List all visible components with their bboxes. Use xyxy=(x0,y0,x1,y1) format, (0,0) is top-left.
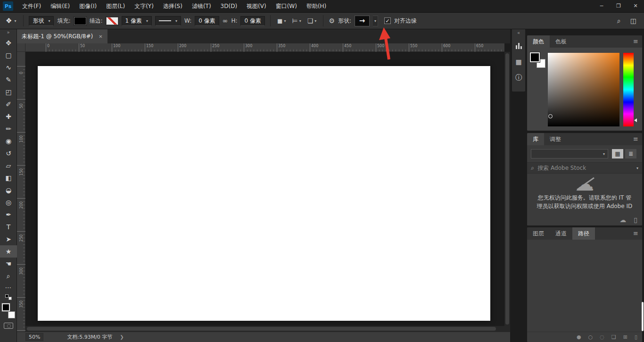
shape-picker-preview[interactable]: → xyxy=(355,16,370,26)
minimize-button[interactable]: ─ xyxy=(593,0,610,12)
stock-search-row[interactable]: ⌕ 搜索 Adobe Stock ▾ xyxy=(527,162,642,174)
stroke-width-select[interactable]: 1 像素 ▾ xyxy=(122,16,152,26)
tab-close-icon[interactable]: ✕ xyxy=(99,34,102,39)
info-panel-button[interactable]: ⓘ xyxy=(512,70,525,86)
foreground-color-swatch[interactable] xyxy=(530,52,540,62)
tab-adjustments[interactable]: 调整 xyxy=(544,133,567,145)
menu-item[interactable]: 图像(I) xyxy=(74,0,101,12)
clone-stamp-tool[interactable]: ◉ xyxy=(0,135,17,147)
zoom-tool[interactable]: ⌕ xyxy=(0,270,17,282)
link-dimensions-icon[interactable]: ∞ xyxy=(223,17,228,24)
quick-selection-tool[interactable]: ✎ xyxy=(0,74,17,86)
trash-icon[interactable]: ▯ xyxy=(634,216,637,224)
horizontal-ruler[interactable]: 050100150200250300350400450500550600650 xyxy=(25,43,504,52)
brush-tool[interactable]: ✏ xyxy=(0,123,17,135)
swatches-panel-button[interactable]: ▦ xyxy=(512,54,525,70)
background-color-swatch[interactable] xyxy=(8,311,15,318)
crop-tool[interactable]: ◰ xyxy=(0,86,17,98)
close-button[interactable]: ✕ xyxy=(627,0,644,12)
scrollbar-thumb[interactable] xyxy=(27,327,496,331)
expand-panels-button[interactable]: « xyxy=(512,29,525,38)
lasso-tool[interactable]: ∿ xyxy=(0,61,17,74)
tab-color[interactable]: 颜色 xyxy=(527,35,550,48)
menu-item[interactable]: 编辑(E) xyxy=(46,0,74,12)
align-edges-checkbox[interactable]: ✓ xyxy=(384,17,391,24)
sync-library-icon[interactable]: ☁ xyxy=(619,216,626,224)
document-tab[interactable]: 未标题-1 @ 50%(RGB/8#) ✕ xyxy=(17,29,107,43)
shape-picker-dropdown[interactable]: ▾ xyxy=(373,16,378,26)
gradient-tool[interactable]: ◧ xyxy=(0,172,17,184)
history-brush-tool[interactable]: ↺ xyxy=(0,147,17,159)
hue-slider-marker[interactable] xyxy=(634,118,637,122)
list-view-button[interactable]: ≣ xyxy=(625,149,636,158)
panel-menu-icon[interactable]: ≡ xyxy=(629,35,642,48)
menu-item[interactable]: 文件(F) xyxy=(17,0,46,12)
width-input[interactable]: 0 像素 xyxy=(195,16,219,26)
tab-libraries[interactable]: 库 xyxy=(527,133,544,145)
paths-panel-body[interactable] xyxy=(527,240,642,332)
toolbar-collapse-button[interactable]: » xyxy=(0,29,17,37)
grid-view-button[interactable]: ▦ xyxy=(612,149,623,158)
stroke-path-button[interactable]: ○ xyxy=(588,334,593,340)
move-tool[interactable]: ✥ xyxy=(0,37,17,49)
zoom-level-field[interactable]: 50% xyxy=(25,333,43,341)
ruler-origin-corner[interactable] xyxy=(17,43,25,52)
tool-mode-select[interactable]: 形状 ▾ xyxy=(29,16,54,26)
tab-layers[interactable]: 图层 xyxy=(527,227,550,240)
menu-item[interactable]: 文字(Y) xyxy=(130,0,158,12)
gear-icon[interactable]: ⚙ xyxy=(329,17,335,24)
edit-toolbar-button[interactable]: ⋯ xyxy=(0,282,17,292)
fill-color-swatch[interactable] xyxy=(74,17,86,25)
fill-path-button[interactable]: ● xyxy=(577,334,581,340)
tab-swatches[interactable]: 色板 xyxy=(550,35,572,48)
path-operations-button[interactable]: ◼ ▾ xyxy=(276,17,288,24)
quick-mask-button[interactable] xyxy=(4,323,13,329)
eyedropper-tool[interactable]: ✐ xyxy=(0,98,17,110)
type-tool[interactable]: T xyxy=(0,221,17,233)
hand-tool[interactable]: ☚ xyxy=(0,258,17,270)
spot-healing-brush-tool[interactable]: ✚ xyxy=(0,110,17,123)
menu-item[interactable]: 3D(D) xyxy=(216,0,242,12)
foreground-color-swatch[interactable] xyxy=(2,303,10,311)
selection-from-path-button[interactable]: ◌ xyxy=(600,334,604,340)
new-path-button[interactable]: ⊞ xyxy=(623,334,627,340)
path-alignment-button[interactable]: ⊨ ▾ xyxy=(291,17,303,24)
search-icon[interactable]: ⌕ xyxy=(617,17,621,24)
menu-item[interactable]: 图层(L) xyxy=(101,0,130,12)
panel-scrollbar-thumb[interactable] xyxy=(642,302,644,331)
menu-item[interactable]: 滤镜(T) xyxy=(187,0,216,12)
scrollbar-thumb[interactable] xyxy=(505,53,509,325)
stroke-color-swatch[interactable] xyxy=(106,17,118,25)
hue-slider[interactable] xyxy=(623,53,634,126)
path-arrangement-button[interactable]: ❏ ▾ xyxy=(306,17,318,24)
blur-tool[interactable]: ◒ xyxy=(0,184,17,196)
status-options-chevron[interactable]: ❯ xyxy=(120,334,124,340)
library-select[interactable]: ▾ xyxy=(531,149,608,158)
menu-item[interactable]: 窗口(W) xyxy=(271,0,302,12)
color-picker-cursor[interactable] xyxy=(548,114,553,118)
tool-preset-button[interactable]: ❖ ▾ xyxy=(4,17,18,25)
rectangular-marquee-tool[interactable]: ▢ xyxy=(0,49,17,61)
canvas[interactable] xyxy=(38,66,490,321)
saturation-brightness-field[interactable] xyxy=(548,53,619,126)
default-colors-icon[interactable] xyxy=(5,294,12,300)
path-selection-tool[interactable]: ➤ xyxy=(0,233,17,245)
horizontal-scrollbar[interactable] xyxy=(25,326,504,332)
tab-paths[interactable]: 路径 xyxy=(572,227,595,240)
menu-item[interactable]: 选择(S) xyxy=(158,0,187,12)
panel-menu-icon[interactable]: ≡ xyxy=(629,227,642,240)
vertical-ruler[interactable]: 050100150200250300350400 xyxy=(17,52,25,332)
vertical-scrollbar[interactable] xyxy=(504,52,510,332)
restore-button[interactable]: ❐ xyxy=(610,0,627,12)
pen-tool[interactable]: ✒ xyxy=(0,209,17,221)
tab-channels[interactable]: 通道 xyxy=(550,227,572,240)
dodge-tool[interactable]: ◎ xyxy=(0,196,17,209)
stroke-style-select[interactable]: ▾ xyxy=(155,16,181,26)
panel-menu-icon[interactable]: ≡ xyxy=(629,133,642,145)
eraser-tool[interactable]: ▱ xyxy=(0,159,17,172)
menu-item[interactable]: 帮助(H) xyxy=(302,0,331,12)
delete-path-button[interactable]: ▯ xyxy=(635,334,637,340)
add-mask-button[interactable]: ❑ xyxy=(611,334,616,340)
workspace-icon[interactable]: ◫ xyxy=(630,17,636,24)
histogram-panel-button[interactable] xyxy=(512,38,525,54)
